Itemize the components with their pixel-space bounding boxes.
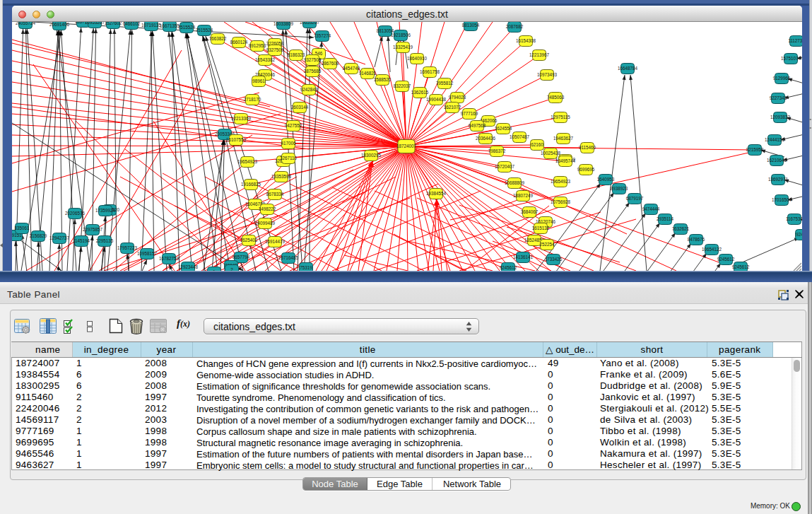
svg-text:20206576: 20206576 (65, 211, 86, 216)
svg-text:15720407: 15720407 (495, 164, 515, 169)
svg-text:7663822: 7663822 (209, 36, 227, 41)
svg-text:98961: 98961 (252, 78, 265, 83)
svg-text:12213967: 12213967 (529, 52, 550, 57)
svg-text:3875685: 3875685 (304, 69, 322, 74)
svg-text:16210643: 16210643 (767, 158, 787, 163)
svg-text:7357274: 7357274 (314, 33, 331, 38)
svg-text:8660124: 8660124 (230, 40, 248, 45)
svg-text:20364436: 20364436 (476, 136, 496, 141)
svg-text:3267110: 3267110 (280, 156, 298, 160)
svg-text:2295135: 2295135 (96, 238, 114, 243)
svg-text:1112734: 1112734 (788, 38, 802, 43)
svg-text:2603144: 2603144 (291, 105, 309, 110)
svg-text:16914479: 16914479 (265, 239, 286, 244)
svg-text:6879197: 6879197 (626, 196, 644, 201)
svg-text:16543382: 16543382 (255, 57, 276, 62)
svg-text:7515524: 7515524 (178, 25, 196, 30)
svg-text:417006: 417006 (281, 141, 296, 146)
svg-text:16154308: 16154308 (516, 38, 536, 43)
svg-text:12213369: 12213369 (231, 116, 252, 121)
svg-text:10653267: 10653267 (300, 22, 320, 25)
svg-text:10756928: 10756928 (551, 199, 571, 204)
svg-text:8322037: 8322037 (394, 83, 411, 88)
svg-text:13353594: 13353594 (271, 174, 292, 179)
svg-text:10025438: 10025438 (541, 151, 561, 156)
svg-text:835061: 835061 (14, 226, 30, 230)
svg-text:15716485: 15716485 (278, 255, 299, 260)
svg-text:18640910: 18640910 (407, 56, 428, 61)
svg-text:12975115: 12975115 (551, 115, 570, 119)
svg-text:22975857: 22975857 (83, 227, 103, 232)
svg-text:16107553: 16107553 (226, 137, 247, 142)
svg-text:7625402: 7625402 (240, 238, 258, 243)
svg-text:3684067: 3684067 (521, 209, 539, 214)
svg-text:8678334: 8678334 (266, 192, 284, 197)
svg-text:18724007: 18724007 (396, 144, 417, 148)
svg-text:1167534: 1167534 (786, 216, 802, 221)
svg-text:252254: 252254 (539, 242, 555, 247)
svg-text:10719135: 10719135 (141, 23, 162, 28)
svg-text:6497568: 6497568 (469, 123, 486, 128)
svg-text:2718170: 2718170 (244, 97, 261, 102)
svg-text:12942737: 12942737 (49, 235, 70, 240)
svg-text:10953267: 10953267 (85, 22, 105, 25)
svg-text:14099489: 14099489 (255, 221, 276, 226)
svg-text:9245612: 9245612 (717, 257, 735, 262)
svg-text:1527602: 1527602 (105, 22, 122, 25)
svg-text:19166825: 19166825 (241, 182, 261, 187)
svg-text:13692971: 13692971 (768, 177, 789, 182)
svg-text:19654923: 19654923 (551, 179, 571, 184)
svg-text:19654923: 19654923 (237, 159, 258, 164)
svg-text:1621072: 1621072 (444, 105, 461, 110)
svg-text:16648784: 16648784 (618, 66, 638, 71)
svg-text:17016504: 17016504 (772, 197, 792, 202)
svg-text:15751074: 15751074 (781, 56, 801, 61)
svg-text:7632621: 7632621 (672, 226, 690, 231)
svg-text:8186323: 8186323 (288, 52, 305, 57)
svg-text:9146821: 9146821 (359, 71, 377, 76)
svg-text:7515524: 7515524 (196, 28, 213, 33)
svg-text:8813054: 8813054 (462, 23, 480, 28)
svg-text:9245612: 9245612 (500, 265, 517, 270)
svg-text:2935114: 2935114 (657, 216, 674, 221)
svg-text:7485063: 7485063 (547, 95, 565, 100)
svg-text:9794028: 9794028 (449, 95, 466, 100)
svg-text:1588520: 1588520 (374, 77, 392, 82)
svg-text:20691406: 20691406 (49, 22, 70, 27)
svg-text:9327508: 9327508 (304, 57, 322, 62)
svg-text:10654122: 10654122 (702, 247, 722, 252)
svg-text:9245612: 9245612 (732, 264, 750, 269)
svg-text:10973493: 10973493 (537, 72, 558, 77)
svg-text:9427552: 9427552 (285, 123, 302, 128)
svg-text:19463627: 19463627 (553, 136, 574, 141)
svg-text:8215958: 8215958 (746, 147, 764, 152)
svg-text:9227343: 9227343 (770, 95, 787, 100)
svg-text:1362615: 1362615 (411, 90, 429, 95)
svg-text:19218506: 19218506 (391, 33, 411, 37)
svg-text:7955812: 7955812 (436, 81, 454, 86)
svg-text:1733426: 1733426 (545, 257, 563, 262)
svg-text:18300295: 18300295 (361, 153, 382, 158)
svg-text:7986372: 7986372 (488, 148, 506, 153)
svg-text:8912953: 8912953 (249, 43, 266, 48)
svg-text:1498222: 1498222 (259, 206, 276, 211)
svg-text:19904438: 19904438 (426, 97, 447, 102)
svg-text:24055724: 24055724 (16, 22, 36, 25)
svg-text:12444151: 12444151 (765, 137, 785, 142)
svg-text:16033809: 16033809 (273, 22, 294, 26)
svg-text:2867608: 2867608 (322, 61, 339, 66)
svg-text:10688809: 10688809 (505, 180, 525, 185)
svg-text:18807249: 18807249 (513, 193, 534, 198)
svg-text:12093832: 12093832 (770, 115, 791, 119)
svg-text:9129966: 9129966 (773, 76, 791, 81)
svg-text:16961758: 16961758 (420, 69, 440, 74)
svg-text:10958157: 10958157 (137, 251, 158, 256)
svg-text:2156829: 2156829 (30, 233, 47, 238)
svg-text:1624554: 1624554 (495, 126, 512, 131)
svg-text:1640953: 1640953 (597, 177, 615, 182)
svg-text:10507487: 10507487 (510, 134, 530, 139)
svg-text:2087682: 2087682 (506, 24, 524, 29)
svg-text:62160: 62160 (531, 142, 543, 147)
svg-text:9699695: 9699695 (577, 167, 595, 172)
svg-text:16671355: 16671355 (160, 23, 180, 28)
